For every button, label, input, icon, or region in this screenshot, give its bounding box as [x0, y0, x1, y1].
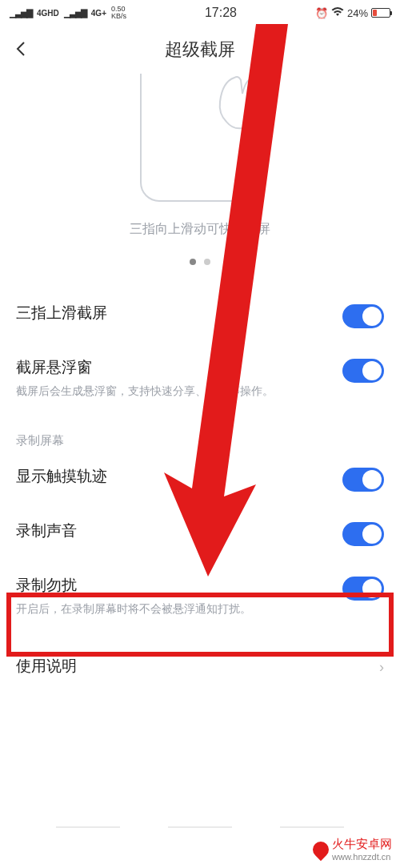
- clock: 17:28: [205, 6, 237, 20]
- dot-inactive: [204, 259, 210, 265]
- setting-description: 截屏后会生成悬浮窗，支持快速分享、编辑等操作。: [16, 383, 333, 400]
- page-title: 超级截屏: [165, 38, 235, 62]
- back-button[interactable]: [13, 37, 29, 62]
- toggle-switch[interactable]: [342, 304, 384, 328]
- nav-back-icon[interactable]: [56, 826, 120, 828]
- signal-bars-icon: ▁▃▅▇: [64, 8, 86, 18]
- battery-icon: [371, 8, 390, 18]
- tutorial-carousel[interactable]: 三指向上滑动可快速截屏: [0, 74, 400, 282]
- toggle-switch[interactable]: [342, 468, 384, 492]
- network-label-2: 4G+: [91, 9, 106, 18]
- setting-floating-window[interactable]: 截屏悬浮窗 截屏后会生成悬浮窗，支持快速分享、编辑等操作。: [0, 343, 400, 414]
- status-left: ▁▃▅▇ 4GHD ▁▃▅▇ 4G+ 0.50 KB/s: [10, 6, 126, 20]
- flame-icon: [310, 838, 332, 860]
- setting-usage-instructions[interactable]: 使用说明 ›: [0, 641, 400, 691]
- wifi-icon: [331, 7, 344, 19]
- setting-label: 使用说明: [16, 656, 370, 677]
- status-right: ⏰ 24%: [315, 7, 390, 19]
- toggle-switch[interactable]: [342, 522, 384, 546]
- page-header: 超级截屏: [0, 26, 400, 74]
- chevron-right-icon: ›: [379, 659, 384, 676]
- setting-record-audio[interactable]: 录制声音: [0, 506, 400, 561]
- setting-label: 录制声音: [16, 520, 333, 541]
- watermark: 火牛安卓网 www.hnzzdt.cn: [313, 837, 392, 862]
- watermark-url: www.hnzzdt.cn: [332, 852, 392, 862]
- carousel-indicator: [0, 254, 400, 268]
- tutorial-caption: 三指向上滑动可快速截屏: [0, 221, 400, 238]
- battery-percent: 24%: [347, 7, 368, 19]
- setting-three-finger-screenshot[interactable]: 三指上滑截屏: [0, 288, 400, 343]
- hand-gesture-icon: [202, 66, 274, 138]
- setting-show-touch-trace[interactable]: 显示触摸轨迹: [0, 452, 400, 506]
- nav-home-icon[interactable]: [168, 826, 232, 828]
- setting-label: 三指上滑截屏: [16, 303, 333, 323]
- setting-label: 截屏悬浮窗: [16, 357, 333, 378]
- system-nav-bar[interactable]: [0, 817, 400, 838]
- toggle-switch[interactable]: [342, 359, 384, 383]
- network-label-1: 4GHD: [37, 9, 59, 18]
- status-bar: ▁▃▅▇ 4GHD ▁▃▅▇ 4G+ 0.50 KB/s 17:28 ⏰ 24%: [0, 0, 400, 26]
- setting-label: 显示触摸轨迹: [16, 466, 333, 487]
- network-speed: 0.50 KB/s: [111, 6, 126, 20]
- toggle-switch[interactable]: [342, 577, 384, 601]
- nav-recent-icon[interactable]: [280, 826, 344, 828]
- settings-list: 三指上滑截屏 截屏悬浮窗 截屏后会生成悬浮窗，支持快速分享、编辑等操作。 录制屏…: [0, 282, 400, 697]
- setting-record-dnd[interactable]: 录制勿扰 开启后，在录制屏幕时将不会被悬浮通知打扰。: [0, 561, 400, 632]
- setting-label: 录制勿扰: [16, 575, 333, 596]
- watermark-name: 火牛安卓网: [332, 837, 392, 852]
- section-title-recording: 录制屏幕: [0, 414, 400, 452]
- phone-mockup-icon: [140, 74, 260, 202]
- dot-active: [190, 259, 196, 265]
- signal-bars-icon: ▁▃▅▇: [10, 8, 32, 18]
- setting-description: 开启后，在录制屏幕时将不会被悬浮通知打扰。: [16, 601, 333, 617]
- alarm-icon: ⏰: [315, 7, 328, 19]
